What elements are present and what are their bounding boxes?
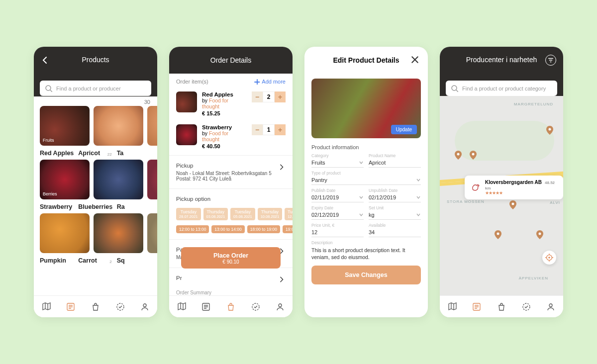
qty-plus[interactable]: + bbox=[275, 124, 286, 135]
nav-map-icon[interactable] bbox=[177, 302, 187, 312]
product-card[interactable] bbox=[147, 213, 157, 253]
nav-bag-icon[interactable] bbox=[91, 302, 100, 312]
date-chip[interactable]: Thursday03.08.2021 bbox=[203, 208, 228, 220]
expiry-date-field[interactable]: Expiry Date 02/12/2019 bbox=[311, 205, 364, 220]
date-chip[interactable]: Tuesday28.07.2021 bbox=[176, 208, 201, 220]
search-bar[interactable]: Find a product or producer bbox=[40, 81, 151, 96]
time-chip[interactable]: 12:00 to 13:00 bbox=[176, 225, 209, 233]
publish-date-field[interactable]: Publish Date 02/11/2019 bbox=[311, 188, 364, 202]
nav-badge-icon[interactable] bbox=[521, 302, 531, 312]
nav-user-icon[interactable] bbox=[546, 302, 556, 312]
add-more-button[interactable]: Add more bbox=[254, 79, 286, 85]
nav-list-icon[interactable] bbox=[66, 302, 76, 312]
map-content[interactable]: MARGRETELUND STORA MOSSEN ALVI ÄPPELVIKE… bbox=[440, 96, 563, 295]
nav-list-icon[interactable] bbox=[201, 302, 211, 312]
search-bar[interactable]: Find a product or product category bbox=[446, 81, 557, 96]
nav-map-icon[interactable] bbox=[447, 302, 457, 312]
product-card[interactable]: Berries bbox=[40, 160, 90, 199]
item-producer: by Food for thought bbox=[202, 97, 247, 109]
time-chip[interactable]: 18:00 to 19:00 bbox=[247, 225, 280, 233]
nav-bag-icon[interactable] bbox=[226, 302, 236, 312]
search-icon bbox=[451, 85, 458, 92]
map-pin[interactable] bbox=[455, 151, 462, 160]
product-card[interactable] bbox=[94, 213, 143, 253]
product-label: Carrot2 bbox=[78, 257, 112, 264]
qty-minus[interactable]: − bbox=[252, 91, 263, 102]
chevron-down-icon bbox=[416, 212, 421, 217]
order-item: Red Apples by Food for thought € 15.25 −… bbox=[169, 88, 293, 120]
item-image bbox=[176, 124, 197, 145]
product-card[interactable] bbox=[40, 213, 90, 253]
map-pin[interactable] bbox=[495, 230, 501, 239]
page-title: Products bbox=[82, 56, 109, 64]
available-field[interactable]: Available 34 bbox=[369, 223, 421, 237]
pickup-section[interactable]: Pickup Noah - Lokal Mat Street: Robertvi… bbox=[169, 158, 293, 186]
pickup-label: Pickup bbox=[176, 163, 286, 169]
save-changes-button[interactable]: Save Changes bbox=[311, 266, 421, 284]
producer-card[interactable]: Kloversbergsgarden AB48.52 km ★★★★★ bbox=[465, 176, 563, 199]
edit-content: Update Product information Category Frui… bbox=[304, 74, 428, 317]
header: Order Details bbox=[169, 47, 293, 74]
info-title: Product information bbox=[304, 143, 428, 153]
product-card[interactable] bbox=[147, 106, 157, 146]
nav-bag-icon[interactable] bbox=[497, 302, 506, 312]
map-pin[interactable] bbox=[536, 230, 543, 239]
area-label: ALVI bbox=[550, 200, 560, 205]
chevron-right-icon bbox=[279, 276, 286, 284]
promo-label: Pr bbox=[176, 275, 286, 281]
product-card[interactable] bbox=[94, 160, 143, 199]
category-field[interactable]: Category Fruits bbox=[311, 153, 364, 168]
map-pin[interactable] bbox=[509, 200, 516, 209]
time-chip[interactable]: 13:00 to 14:00 bbox=[211, 225, 244, 233]
price-field[interactable]: Price Unit, € 12 bbox=[311, 223, 364, 237]
back-button[interactable] bbox=[41, 56, 50, 65]
result-count: 30 bbox=[34, 96, 157, 106]
close-button[interactable] bbox=[411, 56, 419, 64]
nav-user-icon[interactable] bbox=[275, 302, 285, 312]
order-items-label: Order item(s) bbox=[176, 79, 208, 85]
bottom-nav bbox=[169, 295, 293, 317]
product-card[interactable] bbox=[94, 106, 143, 146]
qty-minus[interactable]: − bbox=[252, 124, 263, 135]
update-button[interactable]: Update bbox=[391, 125, 417, 134]
qty-plus[interactable]: + bbox=[275, 91, 286, 102]
nav-badge-icon[interactable] bbox=[251, 302, 261, 312]
product-label: Apricot22 bbox=[78, 150, 112, 157]
search-icon bbox=[45, 85, 52, 92]
product-card[interactable]: Fruits bbox=[40, 106, 90, 146]
item-price: € 15.25 bbox=[202, 110, 247, 116]
date-chip[interactable]: Tues12.08 bbox=[285, 208, 293, 220]
date-chip[interactable]: Tuesday05.08.2021 bbox=[230, 208, 255, 220]
type-field[interactable]: Type of product Pantry bbox=[311, 171, 421, 185]
place-order-button[interactable]: Place Order € 90.10 bbox=[181, 247, 281, 269]
time-chip[interactable]: 19:0 bbox=[283, 225, 293, 233]
filter-button[interactable] bbox=[545, 55, 556, 66]
unit-field[interactable]: Set Unit kg bbox=[369, 205, 421, 220]
locate-button[interactable] bbox=[542, 251, 556, 265]
nav-list-icon[interactable] bbox=[472, 302, 482, 312]
search-placeholder: Find a product or producer bbox=[56, 86, 121, 91]
name-field[interactable]: Product Name Apricot bbox=[369, 153, 421, 168]
header: Edit Product Details bbox=[304, 47, 428, 74]
order-item: Strawberry by Food for thought € 40.50 −… bbox=[169, 120, 293, 153]
producer-name: Kloversbergsgarden AB bbox=[485, 180, 542, 185]
map[interactable]: MARGRETELUND STORA MOSSEN ALVI ÄPPELVIKE… bbox=[440, 96, 563, 295]
producer-icon bbox=[470, 182, 481, 193]
description-text[interactable]: This is a short product description text… bbox=[304, 247, 428, 261]
unpublish-date-field[interactable]: Unpublish Date 02/12/2019 bbox=[369, 188, 421, 202]
area-label: ÄPPELVIKEN bbox=[519, 276, 548, 280]
product-label: Pumpkin bbox=[40, 257, 74, 264]
map-pin[interactable] bbox=[470, 151, 477, 160]
promo-section[interactable]: Pr bbox=[169, 270, 293, 288]
nav-map-icon[interactable] bbox=[41, 302, 51, 312]
nav-user-icon[interactable] bbox=[140, 302, 150, 312]
rating-stars: ★★★★★ bbox=[485, 190, 558, 195]
screen-products: Products Find a product or producer 30 F… bbox=[34, 47, 157, 317]
map-pin[interactable] bbox=[546, 126, 553, 135]
product-card[interactable] bbox=[147, 160, 157, 199]
chevron-right-icon bbox=[279, 164, 286, 172]
item-name: Strawberry bbox=[202, 124, 247, 130]
product-label: Ta bbox=[117, 150, 151, 157]
nav-badge-icon[interactable] bbox=[115, 302, 125, 312]
date-chip[interactable]: Thursday10.08.2021 bbox=[258, 208, 283, 220]
